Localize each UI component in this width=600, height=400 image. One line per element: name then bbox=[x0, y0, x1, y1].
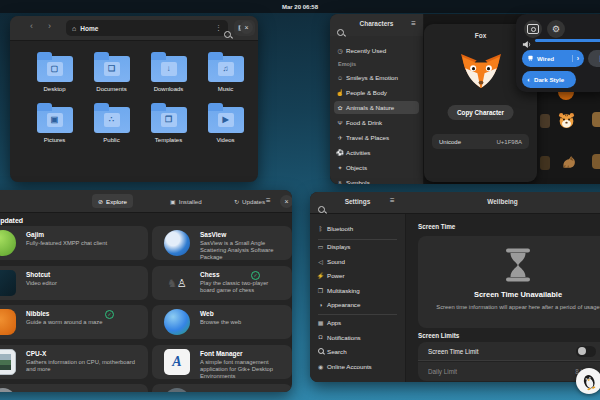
sidebar-item-bluetooth[interactable]: ᛒ Bluetooth bbox=[314, 222, 401, 236]
folder-label: Music bbox=[197, 86, 254, 92]
item-label: Travel & Places bbox=[346, 134, 389, 141]
tab-installed[interactable]: ▣ Installed bbox=[164, 194, 208, 208]
menu-icon[interactable]: ≡ bbox=[411, 19, 416, 28]
screen-time-limit-row[interactable]: Screen Time Limit bbox=[418, 342, 600, 361]
emoji-grid-partial-left-1[interactable] bbox=[540, 114, 550, 128]
app-card-shotcut[interactable]: Shotcut Video editor bbox=[0, 266, 148, 300]
sidebar-item-symbols[interactable]: § Symbols bbox=[334, 176, 419, 184]
speaker-icon: ◁ bbox=[314, 258, 327, 265]
gear-icon: ⚙ bbox=[552, 24, 560, 34]
volume-slider[interactable] bbox=[535, 39, 600, 42]
appearance-icon: ◑ bbox=[314, 302, 327, 308]
path-menu-icon[interactable]: ⋮ bbox=[215, 24, 222, 32]
settings-sidebar: ⇅ Network ᛒ Bluetooth ▭ Displays ◁ Sound… bbox=[310, 192, 406, 382]
sidebar-item-sound[interactable]: ◁ Sound bbox=[314, 255, 401, 269]
folder-public[interactable]: ∴ Public bbox=[83, 107, 140, 143]
sidebar-item-objects[interactable]: ✦ Objects bbox=[334, 161, 419, 174]
sasview-icon bbox=[164, 230, 190, 256]
clock[interactable]: Mar 20 06:58 bbox=[282, 4, 318, 10]
screen-limits-label: Screen Limits bbox=[418, 332, 459, 339]
app-card-nibbles[interactable]: Nibbles Guide a worm around a maze ✓ bbox=[0, 305, 148, 339]
chevron-right-icon[interactable]: › bbox=[572, 55, 579, 62]
files-headerbar: ‹ › ⌂ Home ⋮ ▦ ∨ × bbox=[10, 16, 258, 41]
folder-desktop[interactable]: ▢ Desktop bbox=[26, 56, 83, 92]
sidebar-item-food[interactable]: Ψ Food & Drink bbox=[334, 116, 419, 129]
letter-a-glyph: A bbox=[172, 354, 181, 369]
sidebar-item-recently-used[interactable]: ◷ Recently Used bbox=[334, 44, 419, 57]
path-bar[interactable]: ⌂ Home ⋮ bbox=[66, 20, 228, 36]
app-card-partial-right[interactable] bbox=[152, 384, 292, 392]
app-desc: Video editor bbox=[26, 280, 141, 287]
emoji-grid-partial-left-2[interactable] bbox=[540, 156, 550, 170]
screen-time-card: Screen Time Unavailable Screen time info… bbox=[418, 236, 600, 328]
unavailable-desc: Screen time information will appear here… bbox=[418, 304, 600, 310]
sidebar-item-online-accounts[interactable]: ◉ Online Accounts bbox=[314, 360, 401, 374]
app-name: Chess bbox=[200, 271, 220, 278]
folder-downloads[interactable]: ↓ Downloads bbox=[140, 56, 197, 92]
top-bar[interactable]: Mar 20 06:58 bbox=[0, 0, 600, 13]
close-button[interactable]: × bbox=[240, 21, 253, 34]
app-card-partial-left[interactable] bbox=[0, 384, 148, 392]
item-label: Multitasking bbox=[327, 287, 360, 294]
folder-label: Public bbox=[83, 137, 140, 143]
app-card-font-manager[interactable]: A Font Manager A simple font management … bbox=[152, 345, 292, 379]
app-desc: Gathers information on CPU, motherboard … bbox=[26, 359, 141, 373]
app-name: SasView bbox=[200, 231, 226, 238]
bluetooth-toggle[interactable]: ᛒ bbox=[588, 50, 600, 67]
screen-time-limit-switch[interactable] bbox=[576, 346, 596, 357]
folder-label: Desktop bbox=[26, 86, 83, 92]
sidebar-item-people[interactable]: ☝ People & Body bbox=[334, 86, 419, 99]
gajim-icon bbox=[0, 230, 16, 256]
emoji-partial-right-1[interactable] bbox=[592, 112, 600, 127]
item-label: People & Body bbox=[346, 89, 387, 96]
sidebar-item-appearance[interactable]: ◑ Appearance bbox=[314, 298, 401, 312]
item-label: Bluetooth bbox=[327, 225, 353, 232]
copy-character-button[interactable]: Copy Character bbox=[447, 105, 514, 120]
folder-label: Pictures bbox=[26, 137, 83, 143]
unicode-value: U+1F98A bbox=[496, 139, 522, 145]
software-window: ⊘ Explore ▣ Installed ↻ Updates ≡ × Rece… bbox=[0, 190, 292, 392]
app-card-gajim[interactable]: Gajim Fully-featured XMPP chat client bbox=[0, 226, 148, 260]
characters-title: Characters bbox=[330, 20, 423, 27]
sidebar-item-notifications[interactable]: Ω Notifications bbox=[314, 331, 401, 345]
menu-icon[interactable]: ≡ bbox=[390, 196, 395, 205]
sidebar-item-travel[interactable]: ✈ Travel & Places bbox=[334, 131, 419, 144]
emoji-tiger-face[interactable] bbox=[558, 112, 575, 129]
folder-music[interactable]: ♫ Music bbox=[197, 56, 254, 92]
sidebar-item-displays[interactable]: ▭ Displays bbox=[314, 240, 401, 254]
folder-templates[interactable]: ❐ Templates bbox=[140, 107, 197, 143]
app-card-chess[interactable]: ♞♙ Chess Play the classic two-player boa… bbox=[152, 266, 292, 300]
sidebar-item-multitasking[interactable]: ❐ Multitasking bbox=[314, 284, 401, 298]
tab-updates[interactable]: ↻ Updates bbox=[228, 194, 271, 208]
sidebar-item-smileys[interactable]: ☺ Smileys & Emotion bbox=[334, 71, 419, 84]
folder-videos[interactable]: ▶ Videos bbox=[197, 107, 254, 143]
font-manager-icon: A bbox=[164, 349, 190, 375]
penguin-badge bbox=[576, 368, 600, 394]
menu-icon[interactable]: ≡ bbox=[266, 196, 271, 205]
tab-explore[interactable]: ⊘ Explore bbox=[92, 194, 133, 208]
close-button[interactable]: × bbox=[280, 195, 292, 208]
emoji-horse[interactable] bbox=[561, 154, 578, 171]
app-card-web[interactable]: Web Browse the web bbox=[152, 305, 292, 339]
app-card-cpux[interactable]: CPU-X Gathers information on CPU, mother… bbox=[0, 345, 148, 379]
wired-toggle[interactable]: Wired › bbox=[522, 50, 584, 67]
updates-icon: ↻ bbox=[234, 198, 239, 205]
folder-documents[interactable]: ❏ Documents bbox=[83, 56, 140, 92]
sidebar-item-animals[interactable]: ✿ Animals & Nature bbox=[334, 101, 419, 114]
back-icon[interactable]: ‹ bbox=[30, 21, 33, 31]
settings-button[interactable]: ⚙ bbox=[547, 20, 565, 38]
pictures-emblem-icon: ▣ bbox=[47, 113, 63, 127]
sidebar-item-apps[interactable]: ▦ Apps bbox=[314, 316, 401, 330]
emoji-partial-right-2[interactable] bbox=[592, 154, 600, 169]
sidebar-item-activities[interactable]: ⚽ Activities bbox=[334, 146, 419, 159]
dark-style-toggle[interactable]: ◐ Dark Style bbox=[522, 71, 576, 88]
search-icon[interactable] bbox=[224, 24, 231, 42]
forward-icon[interactable]: › bbox=[48, 21, 51, 31]
sidebar-item-sharing[interactable]: ⇄ Sharing bbox=[314, 378, 401, 382]
sidebar-item-search[interactable]: Search bbox=[314, 345, 401, 359]
folder-pictures[interactable]: ▣ Pictures bbox=[26, 107, 83, 143]
app-card-sasview[interactable]: SasView SasView is a Small Angle Scatter… bbox=[152, 226, 292, 260]
sidebar-item-power[interactable]: ⚡ Power bbox=[314, 269, 401, 283]
app-desc: SasView is a Small Angle Scattering Anal… bbox=[200, 240, 286, 261]
plane-icon: ✈ bbox=[334, 134, 346, 141]
